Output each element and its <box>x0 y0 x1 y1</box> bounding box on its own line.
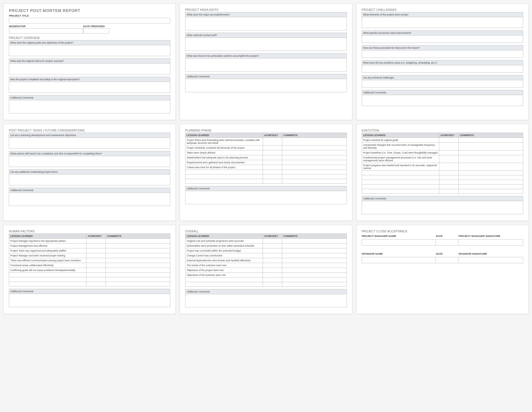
achieved-cell[interactable] <box>439 185 459 189</box>
pm-sig-input[interactable] <box>458 239 523 246</box>
comments-cell[interactable] <box>282 263 347 268</box>
achieved-cell[interactable] <box>86 244 106 248</box>
comments-cell[interactable] <box>282 165 347 170</box>
comments-cell[interactable] <box>458 143 523 150</box>
achieved-cell[interactable] <box>439 150 459 155</box>
achieved-cell[interactable] <box>263 155 282 160</box>
challenges-q1-input[interactable] <box>362 17 523 28</box>
comments-cell[interactable] <box>458 180 523 185</box>
comments-cell[interactable] <box>282 244 347 248</box>
achieved-cell[interactable] <box>263 273 282 278</box>
overview-q3-input[interactable] <box>9 82 170 93</box>
comments-cell[interactable] <box>106 277 170 282</box>
achieved-cell[interactable] <box>263 258 282 263</box>
achieved-cell[interactable] <box>263 248 282 253</box>
challenges-q4-input[interactable] <box>362 65 523 73</box>
pm-name-input[interactable] <box>362 239 436 246</box>
comments-cell[interactable] <box>106 263 170 268</box>
post-tasks-q3-input[interactable] <box>9 174 170 185</box>
sponsor-date-input[interactable] <box>436 257 458 263</box>
comments-cell[interactable] <box>106 273 170 277</box>
comments-cell[interactable] <box>458 138 523 143</box>
comments-cell[interactable] <box>282 273 347 278</box>
challenges-q5-input[interactable] <box>362 80 523 88</box>
comments-cell[interactable] <box>282 179 347 184</box>
comments-cell[interactable] <box>282 160 347 165</box>
achieved-cell[interactable] <box>263 160 282 165</box>
overall-addl-input[interactable] <box>185 294 347 307</box>
achieved-cell[interactable] <box>263 282 282 287</box>
challenges-q2-input[interactable] <box>362 36 523 43</box>
post-tasks-q2-input[interactable] <box>9 156 170 167</box>
comments-cell[interactable] <box>458 150 523 155</box>
overview-q1-input[interactable] <box>9 45 170 56</box>
achieved-cell[interactable] <box>86 268 106 273</box>
planning-addl-input[interactable] <box>185 191 347 204</box>
achieved-cell[interactable] <box>263 138 282 146</box>
comments-cell[interactable] <box>282 268 347 273</box>
pm-date-input[interactable] <box>436 239 458 246</box>
achieved-cell[interactable] <box>439 163 459 171</box>
achieved-cell[interactable] <box>86 248 106 253</box>
overview-q2-input[interactable] <box>9 64 170 74</box>
sponsor-name-input[interactable] <box>362 257 436 263</box>
comments-cell[interactable] <box>458 185 523 189</box>
comments-cell[interactable] <box>106 253 170 258</box>
comments-cell[interactable] <box>282 138 347 146</box>
achieved-cell[interactable] <box>263 146 282 150</box>
achieved-cell[interactable] <box>439 171 459 175</box>
comments-cell[interactable] <box>106 268 170 273</box>
execution-addl-input[interactable] <box>362 201 523 214</box>
achieved-cell[interactable] <box>86 239 106 244</box>
comments-cell[interactable] <box>106 248 170 253</box>
achieved-cell[interactable] <box>263 174 282 179</box>
comments-cell[interactable] <box>282 146 347 150</box>
comments-cell[interactable] <box>458 175 523 180</box>
comments-cell[interactable] <box>106 258 170 263</box>
achieved-cell[interactable] <box>86 282 106 287</box>
post-tasks-q1-input[interactable] <box>9 138 170 149</box>
achieved-cell[interactable] <box>263 179 282 184</box>
project-title-input[interactable] <box>9 18 170 23</box>
comments-cell[interactable] <box>282 282 347 287</box>
achieved-cell[interactable] <box>439 155 459 163</box>
achieved-cell[interactable] <box>263 278 282 282</box>
comments-cell[interactable] <box>282 278 347 282</box>
comments-cell[interactable] <box>282 155 347 160</box>
achieved-cell[interactable] <box>263 170 282 174</box>
achieved-cell[interactable] <box>439 189 459 194</box>
comments-cell[interactable] <box>282 174 347 179</box>
comments-cell[interactable] <box>458 163 523 171</box>
achieved-cell[interactable] <box>86 253 106 258</box>
achieved-cell[interactable] <box>263 263 282 268</box>
achieved-cell[interactable] <box>439 143 459 150</box>
overview-addl-input[interactable] <box>9 100 170 113</box>
comments-cell[interactable] <box>458 189 523 194</box>
comments-cell[interactable] <box>106 282 170 287</box>
comments-cell[interactable] <box>282 170 347 174</box>
comments-cell[interactable] <box>106 244 170 248</box>
highlights-q3-input[interactable] <box>185 58 347 72</box>
achieved-cell[interactable] <box>439 180 459 185</box>
comments-cell[interactable] <box>282 150 347 155</box>
achieved-cell[interactable] <box>263 268 282 273</box>
comments-cell[interactable] <box>458 171 523 175</box>
challenges-q3-input[interactable] <box>362 50 523 58</box>
achieved-cell[interactable] <box>86 263 106 268</box>
achieved-cell[interactable] <box>263 253 282 258</box>
post-tasks-addl-input[interactable] <box>9 193 170 206</box>
comments-cell[interactable] <box>282 258 347 263</box>
date-prepared-input[interactable] <box>83 28 109 34</box>
sponsor-sig-input[interactable] <box>458 257 523 263</box>
comments-cell[interactable] <box>458 155 523 163</box>
achieved-cell[interactable] <box>263 239 282 244</box>
moderator-input[interactable] <box>9 28 83 34</box>
achieved-cell[interactable] <box>86 277 106 282</box>
challenges-addl-input[interactable] <box>362 95 523 106</box>
achieved-cell[interactable] <box>86 273 106 277</box>
achieved-cell[interactable] <box>86 258 106 263</box>
highlights-q2-input[interactable] <box>185 38 347 51</box>
highlights-addl-input[interactable] <box>185 79 347 92</box>
human-addl-input[interactable] <box>9 294 170 307</box>
achieved-cell[interactable] <box>263 244 282 248</box>
